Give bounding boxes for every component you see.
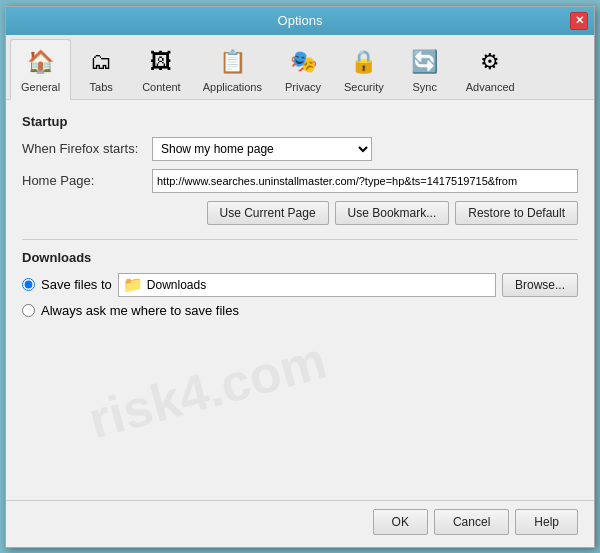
toolbar: 🏠 General 🗂 Tabs 🖼 Content 📋 Application…	[6, 35, 594, 100]
restore-to-default-button[interactable]: Restore to Default	[455, 201, 578, 225]
tab-sync[interactable]: 🔄 Sync	[395, 39, 455, 100]
close-button[interactable]: ✕	[570, 12, 588, 30]
when-starts-row: When Firefox starts: Show my home page S…	[22, 137, 578, 161]
home-page-input[interactable]	[152, 169, 578, 193]
always-ask-label: Always ask me where to save files	[41, 303, 239, 318]
tab-privacy-label: Privacy	[285, 81, 321, 93]
startup-title: Startup	[22, 114, 578, 129]
privacy-icon: 🎭	[287, 46, 319, 78]
cancel-button[interactable]: Cancel	[434, 509, 509, 535]
titlebar: Options ✕	[6, 7, 594, 35]
startup-dropdown[interactable]: Show my home page Show a blank page Show…	[152, 137, 372, 161]
tab-privacy[interactable]: 🎭 Privacy	[273, 39, 333, 100]
general-icon: 🏠	[25, 46, 57, 78]
tab-advanced-label: Advanced	[466, 81, 515, 93]
downloads-title: Downloads	[22, 250, 578, 265]
security-icon: 🔒	[348, 46, 380, 78]
browse-button[interactable]: Browse...	[502, 273, 578, 297]
sync-icon: 🔄	[409, 46, 441, 78]
window-title: Options	[30, 13, 570, 28]
section-divider	[22, 239, 578, 240]
save-files-row: Save files to 📁 Downloads Browse...	[22, 273, 578, 297]
always-ask-radio[interactable]	[22, 304, 35, 317]
save-files-radio[interactable]	[22, 278, 35, 291]
tab-sync-label: Sync	[413, 81, 437, 93]
ok-button[interactable]: OK	[373, 509, 428, 535]
tab-tabs[interactable]: 🗂 Tabs	[71, 39, 131, 100]
tabs-icon: 🗂	[85, 46, 117, 78]
home-page-label: Home Page:	[22, 173, 152, 188]
folder-path-text: Downloads	[147, 278, 206, 292]
use-bookmark-button[interactable]: Use Bookmark...	[335, 201, 450, 225]
content-icon: 🖼	[145, 46, 177, 78]
startup-section: Startup When Firefox starts: Show my hom…	[22, 114, 578, 225]
startup-button-row: Use Current Page Use Bookmark... Restore…	[22, 201, 578, 225]
folder-input-row: 📁 Downloads Browse...	[118, 273, 578, 297]
always-ask-row: Always ask me where to save files	[22, 303, 578, 318]
tab-advanced[interactable]: ⚙ Advanced	[455, 39, 526, 100]
tab-content-label: Content	[142, 81, 181, 93]
advanced-icon: ⚙	[474, 46, 506, 78]
footer: OK Cancel Help	[6, 500, 594, 547]
save-files-label: Save files to	[41, 277, 112, 292]
main-content: Startup When Firefox starts: Show my hom…	[6, 100, 594, 500]
use-current-page-button[interactable]: Use Current Page	[207, 201, 329, 225]
downloads-section: Downloads Save files to 📁 Downloads Brow…	[22, 250, 578, 318]
applications-icon: 📋	[216, 46, 248, 78]
when-starts-label: When Firefox starts:	[22, 141, 152, 156]
tab-security-label: Security	[344, 81, 384, 93]
tab-general[interactable]: 🏠 General	[10, 39, 71, 100]
tab-tabs-label: Tabs	[90, 81, 113, 93]
tab-content[interactable]: 🖼 Content	[131, 39, 192, 100]
tab-applications[interactable]: 📋 Applications	[192, 39, 273, 100]
folder-path-input[interactable]: 📁 Downloads	[118, 273, 496, 297]
folder-icon: 📁	[123, 275, 143, 294]
home-page-row: Home Page:	[22, 169, 578, 193]
help-button[interactable]: Help	[515, 509, 578, 535]
tab-general-label: General	[21, 81, 60, 93]
tab-applications-label: Applications	[203, 81, 262, 93]
tab-security[interactable]: 🔒 Security	[333, 39, 395, 100]
